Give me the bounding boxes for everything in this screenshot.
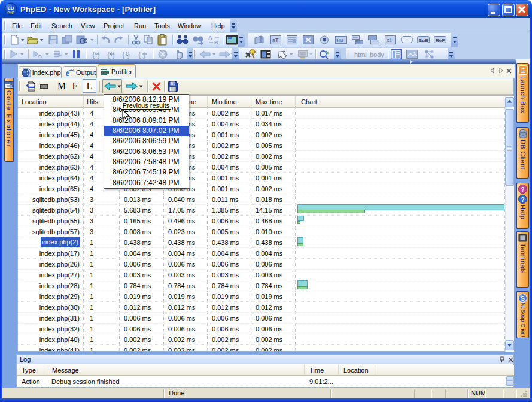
svg-text:hid: hid (337, 38, 343, 43)
svg-text:SuB: SuB (419, 38, 428, 43)
svg-text:{: { (92, 50, 95, 59)
svg-text:{: { (107, 50, 110, 59)
svg-text:B: B (214, 40, 218, 46)
svg-text:ReF: ReF (436, 38, 445, 43)
svg-text:?: ? (521, 197, 524, 203)
svg-text:xI: xI (387, 37, 391, 43)
svg-text:}: } (143, 50, 146, 59)
svg-text:D: D (38, 54, 42, 59)
svg-text:?: ? (521, 186, 524, 193)
svg-text:aT: aT (272, 37, 279, 43)
svg-text:S: S (521, 295, 525, 302)
svg-text:{: { (138, 50, 141, 59)
svg-text:A: A (208, 35, 212, 41)
svg-text:{: { (122, 50, 125, 59)
svg-text:P4P: P4P (7, 11, 14, 14)
svg-text:ED: ED (7, 5, 14, 11)
svg-text:}: } (127, 50, 130, 59)
